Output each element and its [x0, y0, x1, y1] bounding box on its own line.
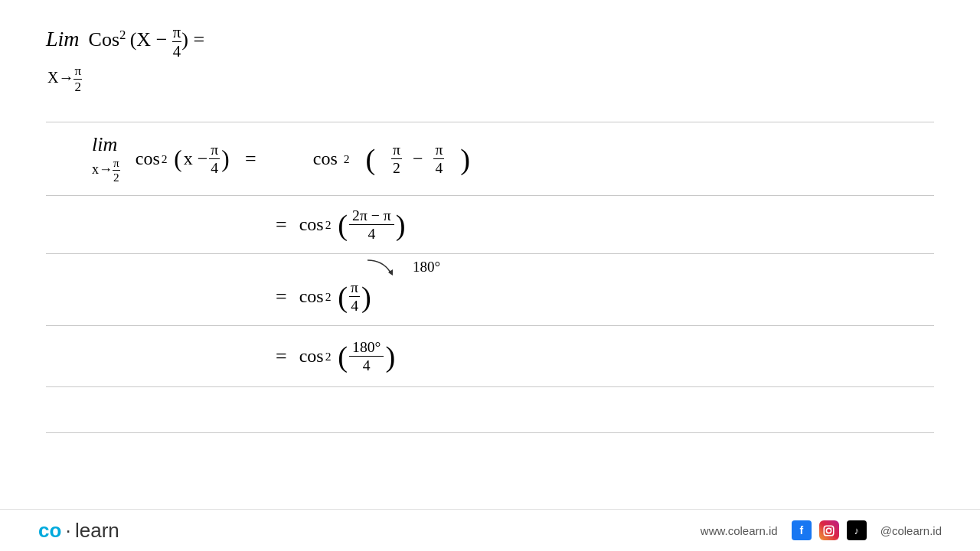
problem-expression: Cos2 (X − π4) = [89, 23, 205, 60]
lim-label: Lim [46, 27, 80, 51]
step3-equals: = [276, 285, 287, 308]
step4-equals: = [276, 345, 287, 368]
footer-right: www.colearn.id f ♪ @colearn.id [701, 520, 942, 540]
instagram-icon [819, 520, 839, 540]
logo-co: co [38, 519, 61, 543]
social-icons: f ♪ [792, 520, 867, 540]
logo-dot: · [61, 519, 75, 543]
solution-row-3: 180° = cos2 ( π4 ) [46, 254, 934, 326]
step1-equals: = [240, 148, 256, 171]
logo-learn: learn [75, 519, 119, 543]
step4-expr: cos2 ( 180° 4 ) [295, 338, 396, 374]
svg-point-2 [827, 528, 831, 533]
solution-row-2: = cos2 ( 2π − π 4 ) [46, 196, 934, 254]
solution-row-4: = cos2 ( 180° 4 ) [46, 326, 934, 387]
step1-lim-block: lim x→π2 [92, 133, 120, 184]
step1-rhs: cos2 ( π2 − π4 ) [313, 141, 470, 177]
main-content: Lim Cos2 (X − π4) = X→π2 lim x→π2 cos2 (… [0, 0, 980, 509]
problem-line1: Lim Cos2 (X − π4) = [46, 23, 934, 60]
solution-row-1: lim x→π2 cos2 ( x − π4 ) = cos2 ( π2 − π… [46, 122, 934, 196]
annotation-label: 180° [413, 259, 440, 276]
step1-lhs: cos2 ( x − π4 ) [131, 141, 230, 177]
step1-lim: lim [92, 133, 120, 156]
solution-area: lim x→π2 cos2 ( x − π4 ) = cos2 ( π2 − π… [46, 122, 934, 433]
problem-statement: Lim Cos2 (X − π4) = X→π2 [46, 23, 934, 106]
svg-rect-1 [824, 526, 834, 536]
social-handle: @colearn.id [880, 524, 942, 537]
problem-subscript: X→π2 [47, 64, 934, 95]
step2-equals: = [276, 214, 287, 236]
website-url: www.colearn.id [701, 524, 778, 537]
arrow-icon [368, 259, 410, 276]
step2-expr: cos2 ( 2π − π 4 ) [295, 207, 406, 243]
step3-expr: cos2 ( π4 ) [295, 279, 371, 315]
logo: co · learn [38, 519, 119, 543]
empty-row [46, 387, 934, 433]
step1-sub: x→π2 [92, 156, 120, 184]
svg-point-3 [831, 527, 832, 528]
facebook-icon: f [792, 520, 812, 540]
solution-section: lim x→π2 cos2 ( x − π4 ) = cos2 ( π2 − π… [46, 122, 934, 501]
tiktok-icon: ♪ [847, 520, 867, 540]
footer: co · learn www.colearn.id f ♪ @colearn.i… [0, 509, 980, 551]
